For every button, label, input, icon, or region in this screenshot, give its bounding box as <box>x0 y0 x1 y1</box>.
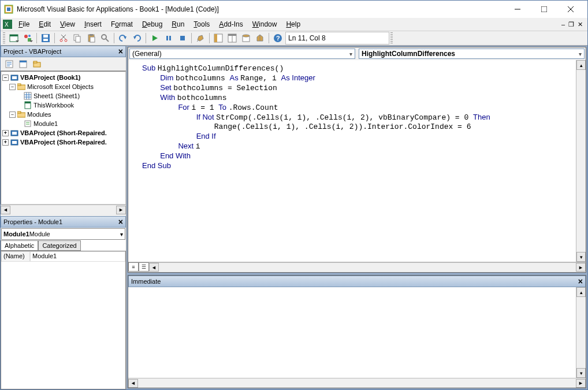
immediate-vscroll[interactable]: ▴▾ <box>576 287 586 378</box>
menu-edit[interactable]: Edit <box>35 19 55 29</box>
folder-icon <box>17 83 26 91</box>
svg-rect-4 <box>541 6 547 12</box>
insert-object-button[interactable] <box>21 32 34 44</box>
minimize-button[interactable] <box>504 1 531 17</box>
property-value[interactable]: Module1 <box>30 251 125 262</box>
toolbar-grip-right[interactable] <box>390 32 393 44</box>
mdi-buttons: – ❐ ✕ <box>561 21 585 28</box>
svg-rect-32 <box>169 36 171 40</box>
procedure-view-button[interactable]: ≡ <box>128 262 139 272</box>
properties-grid[interactable]: (Name) Module1 <box>1 251 126 389</box>
chevron-down-icon: ▾ <box>349 51 352 57</box>
view-excel-button[interactable] <box>8 32 20 44</box>
redo-button[interactable] <box>131 32 143 44</box>
svg-rect-37 <box>214 34 217 42</box>
folder-icon <box>17 110 26 118</box>
menu-insert[interactable]: Insert <box>80 19 106 29</box>
project-toolbar <box>1 57 126 71</box>
tree-project-short-repaired-2[interactable]: +VBAProject (Short-Repaired. <box>2 138 124 147</box>
mdi-restore-button[interactable]: ❐ <box>568 21 574 28</box>
project-hscroll[interactable]: ◄► <box>1 205 126 214</box>
property-row[interactable]: (Name) Module1 <box>1 251 125 262</box>
immediate-input[interactable] <box>128 287 576 378</box>
app-icon <box>4 5 13 14</box>
menu-run[interactable]: Run <box>168 19 188 29</box>
mdi-close-button[interactable]: ✕ <box>578 21 583 28</box>
editor-hscroll[interactable]: ◄► <box>149 262 586 272</box>
menu-view[interactable]: View <box>56 19 79 29</box>
svg-point-20 <box>65 39 67 42</box>
tree-folder-excel-objects[interactable]: −Microsoft Excel Objects <box>2 82 124 91</box>
toolbox-button[interactable] <box>254 32 266 44</box>
svg-rect-25 <box>90 37 95 42</box>
svg-rect-2 <box>7 8 10 11</box>
copy-button[interactable] <box>71 32 84 44</box>
svg-rect-24 <box>90 34 93 36</box>
menu-format[interactable]: Format <box>107 19 137 29</box>
project-explorer-button[interactable] <box>212 32 225 44</box>
tab-categorized[interactable]: Categorized <box>38 240 80 251</box>
object-combo[interactable]: (General)▾ <box>129 49 355 59</box>
design-mode-button[interactable] <box>194 32 207 44</box>
help-button[interactable]: ? <box>271 32 284 44</box>
tree-project-short-repaired-1[interactable]: +VBAProject (Short-Repaired. <box>2 128 124 138</box>
view-code-button[interactable] <box>3 58 16 70</box>
svg-line-27 <box>106 39 109 42</box>
procedure-combo[interactable]: HighlightColumnDifferences▾ <box>359 49 585 59</box>
menu-tools[interactable]: Tools <box>189 19 214 29</box>
svg-rect-53 <box>34 61 37 63</box>
tree-thisworkbook[interactable]: ThisWorkbook <box>2 101 124 110</box>
menu-file[interactable]: File <box>14 19 34 29</box>
code-footer: ≡ ☰ ◄► <box>128 262 586 272</box>
tree-project-book1[interactable]: −VBAProject (Book1) <box>2 73 124 82</box>
properties-tabs: Alphabetic Categorized <box>1 240 126 251</box>
menu-addins[interactable]: Add-Ins <box>215 19 247 29</box>
immediate-close-icon[interactable]: × <box>578 277 583 286</box>
immediate-hscroll[interactable]: ◄► <box>128 378 586 388</box>
svg-point-11 <box>24 35 28 38</box>
properties-close-icon[interactable]: × <box>118 217 123 226</box>
full-module-view-button[interactable]: ☰ <box>139 262 149 272</box>
immediate-title: Immediate × <box>128 276 586 287</box>
toggle-folders-button[interactable] <box>31 58 43 70</box>
svg-marker-28 <box>124 36 126 39</box>
project-tree[interactable]: −VBAProject (Book1) −Microsoft Excel Obj… <box>1 71 126 205</box>
mdi-minimize-button[interactable]: – <box>561 21 565 28</box>
tree-folder-modules[interactable]: −Modules <box>2 110 124 119</box>
svg-rect-71 <box>12 132 17 135</box>
excel-icon[interactable]: X <box>3 20 13 29</box>
tree-module1[interactable]: Module1 <box>2 119 124 128</box>
menu-window[interactable]: Window <box>248 19 281 29</box>
svg-text:X: X <box>5 21 9 28</box>
tab-alphabetic[interactable]: Alphabetic <box>1 240 38 251</box>
project-explorer-close-icon[interactable]: × <box>118 47 123 56</box>
svg-rect-73 <box>12 141 17 144</box>
close-button[interactable] <box>557 1 584 17</box>
code-window: (General)▾ HighlightColumnDifferences▾ S… <box>128 47 586 273</box>
paste-button[interactable] <box>85 32 98 44</box>
undo-button[interactable] <box>117 32 129 44</box>
menu-debug[interactable]: Debug <box>138 19 166 29</box>
code-editor[interactable]: Sub HighlightColumnDifferences() Dim bot… <box>128 60 576 262</box>
reset-button[interactable] <box>176 32 189 44</box>
sheet-icon <box>23 92 32 100</box>
mdi-area: (General)▾ HighlightColumnDifferences▾ S… <box>126 46 587 389</box>
run-button[interactable] <box>148 32 161 44</box>
properties-object-combo[interactable]: Module1 Module▾ <box>1 228 125 240</box>
find-button[interactable] <box>99 32 111 44</box>
svg-rect-66 <box>17 112 21 113</box>
svg-text:?: ? <box>276 35 280 42</box>
cut-button[interactable] <box>57 32 70 44</box>
menu-help[interactable]: Help <box>282 19 304 29</box>
object-browser-button[interactable] <box>240 32 252 44</box>
save-button[interactable] <box>39 32 52 44</box>
view-object-button[interactable] <box>17 58 29 70</box>
break-button[interactable] <box>162 32 175 44</box>
toolbar-grip[interactable] <box>3 32 5 44</box>
tree-sheet1[interactable]: Sheet1 (Sheet1) <box>2 91 124 101</box>
editor-vscroll[interactable]: ▴▾ <box>576 60 586 262</box>
project-icon <box>10 73 19 81</box>
properties-window-button[interactable] <box>226 32 239 44</box>
maximize-button[interactable] <box>531 1 557 17</box>
standard-toolbar: ? Ln 11, Col 8 <box>1 31 587 46</box>
